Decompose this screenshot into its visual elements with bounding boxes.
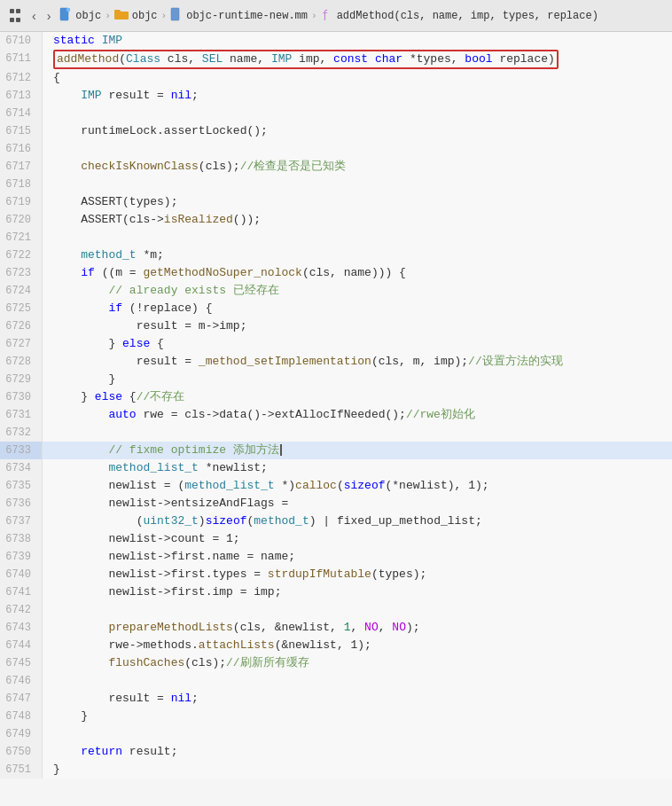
line-number: 6736 — [0, 495, 43, 513]
breadcrumb-sep-2: › — [161, 11, 168, 21]
code-line: 6748 } — [0, 708, 672, 725]
code-line: 6747 result = nil; — [0, 690, 672, 708]
code-content: result = nil; — [43, 690, 672, 708]
code-line: 6742 — [0, 601, 672, 619]
line-number: 6750 — [0, 743, 43, 761]
code-line: 6741 newlist->first.imp = imp; — [0, 583, 672, 601]
code-line: 6710 static IMP — [0, 32, 672, 50]
line-number: 6728 — [0, 353, 43, 371]
code-content: method_t *m; — [43, 246, 672, 264]
code-line: 6725 if (!replace) { — [0, 300, 672, 317]
code-line: 6722 method_t *m; — [0, 246, 672, 264]
line-number: 6713 — [0, 87, 43, 105]
line-number: 6720 — [0, 211, 43, 229]
line-number: 6716 — [0, 140, 43, 158]
code-content: ASSERT(cls->isRealized()); — [43, 211, 672, 229]
code-line: 6729 } — [0, 371, 672, 388]
code-line: 6739 newlist->first.name = name; — [0, 548, 672, 566]
code-content: } else {//不存在 — [43, 388, 672, 406]
line-number: 6738 — [0, 530, 43, 548]
code-line: 6749 — [0, 725, 672, 743]
titlebar: ‹ › objc › objc › objc-runtime-new.mm › … — [0, 0, 672, 32]
code-content — [43, 176, 672, 193]
line-number: 6739 — [0, 548, 43, 566]
nav-buttons[interactable]: ‹ › — [28, 7, 54, 25]
code-content: newlist->first.imp = imp; — [43, 583, 672, 601]
svg-text:ƒ: ƒ — [322, 9, 328, 20]
code-content: flushCaches(cls);//刷新所有缓存 — [43, 654, 672, 672]
line-number: 6744 — [0, 637, 43, 654]
breadcrumb-objc[interactable]: objc — [75, 10, 101, 22]
code-content: } — [43, 708, 672, 725]
code-line-6711: 6711 addMethod(Class cls, SEL name, IMP … — [0, 50, 672, 69]
breadcrumb-function[interactable]: addMethod(cls, name, imp, types, replace… — [337, 10, 598, 22]
code-content: newlist->first.types = strdupIfMutable(t… — [43, 566, 672, 583]
line-number: 6730 — [0, 388, 43, 406]
line-number: 6726 — [0, 317, 43, 335]
code-content: newlist->first.name = name; — [43, 548, 672, 566]
line-number: 6717 — [0, 158, 43, 176]
file-icon — [59, 7, 72, 25]
code-content — [43, 424, 672, 442]
code-line: 6744 rwe->methods.attachLists(&newlist, … — [0, 637, 672, 654]
line-number: 6734 — [0, 459, 43, 477]
code-line: 6721 — [0, 229, 672, 246]
code-content: result = m->imp; — [43, 317, 672, 335]
breadcrumb-folder[interactable]: objc — [132, 10, 158, 22]
line-number: 6715 — [0, 122, 43, 140]
line-number: 6735 — [0, 477, 43, 495]
code-content: static IMP — [43, 32, 672, 50]
code-content — [43, 672, 672, 690]
code-line: 6724 // already exists 已经存在 — [0, 282, 672, 300]
code-line: 6736 newlist->entsizeAndFlags = — [0, 495, 672, 513]
code-line: 6728 result = _method_setImplementation(… — [0, 353, 672, 371]
line-number: 6733 — [0, 442, 43, 459]
code-line: 6734 method_list_t *newlist; — [0, 459, 672, 477]
code-line: 6713 IMP result = nil; — [0, 87, 672, 105]
line-number: 6737 — [0, 513, 43, 530]
back-button[interactable]: ‹ — [28, 7, 40, 25]
line-number: 6731 — [0, 406, 43, 424]
line-number: 6742 — [0, 601, 43, 619]
code-line: 6716 — [0, 140, 672, 158]
code-content: } else { — [43, 335, 672, 353]
code-content — [43, 725, 672, 743]
code-line: 6731 auto rwe = cls->data()->extAllocIfN… — [0, 406, 672, 424]
code-content: (uint32_t)sizeof(method_t) | fixed_up_me… — [43, 513, 672, 530]
forward-button[interactable]: › — [43, 7, 55, 25]
code-content: rwe->methods.attachLists(&newlist, 1); — [43, 637, 672, 654]
code-line: 6730 } else {//不存在 — [0, 388, 672, 406]
code-content: if (!replace) { — [43, 300, 672, 317]
breadcrumb: objc › objc › objc-runtime-new.mm › ƒ ad… — [59, 7, 598, 25]
svg-rect-1 — [66, 8, 70, 12]
code-content: auto rwe = cls->data()->extAllocIfNeeded… — [43, 406, 672, 424]
code-line: 6727 } else { — [0, 335, 672, 353]
folder-icon — [114, 9, 129, 23]
line-number: 6710 — [0, 32, 43, 50]
code-line: 6717 checkIsKnownClass(cls);//检查是否是已知类 — [0, 158, 672, 176]
code-content: { — [43, 69, 672, 87]
code-content: // fixme optimize 添加方法 — [43, 442, 672, 459]
code-content: runtimeLock.assertLocked(); — [43, 122, 672, 140]
line-number: 6718 — [0, 176, 43, 193]
code-content — [43, 229, 672, 246]
line-number: 6719 — [0, 193, 43, 211]
code-line: 6718 — [0, 176, 672, 193]
line-number: 6729 — [0, 371, 43, 388]
code-line: 6745 flushCaches(cls);//刷新所有缓存 — [0, 654, 672, 672]
code-content: return result; — [43, 743, 672, 761]
code-content: newlist = (method_list_t *)calloc(sizeof… — [43, 477, 672, 495]
breadcrumb-filename[interactable]: objc-runtime-new.mm — [186, 10, 308, 22]
code-line: 6740 newlist->first.types = strdupIfMuta… — [0, 566, 672, 583]
code-line: 6732 — [0, 424, 672, 442]
line-number: 6749 — [0, 725, 43, 743]
function-icon: ƒ — [321, 8, 333, 24]
code-content: } — [43, 371, 672, 388]
code-content: newlist->count = 1; — [43, 530, 672, 548]
code-line: 6750 return result; — [0, 743, 672, 761]
code-content: ASSERT(types); — [43, 193, 672, 211]
line-number: 6712 — [0, 69, 43, 87]
code-line: 6712 { — [0, 69, 672, 87]
code-line: 6737 (uint32_t)sizeof(method_t) | fixed_… — [0, 513, 672, 530]
code-line: 6715 runtimeLock.assertLocked(); — [0, 122, 672, 140]
